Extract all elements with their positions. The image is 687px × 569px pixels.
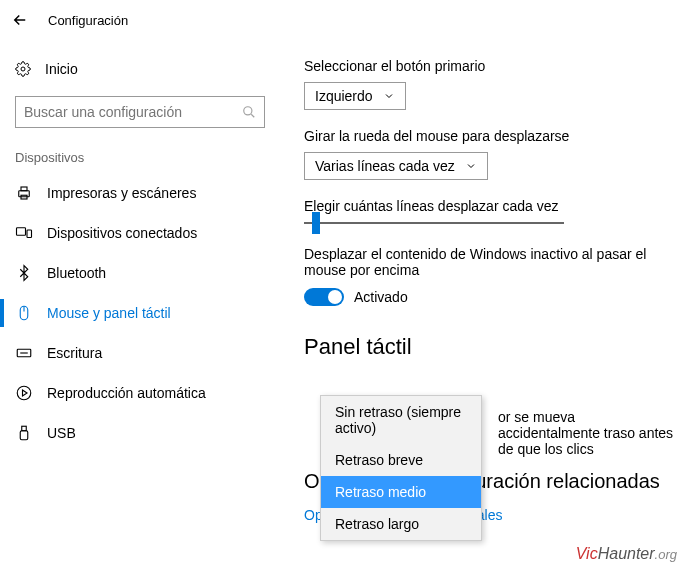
sidebar-item-typing[interactable]: Escritura bbox=[15, 333, 265, 373]
touchpad-delay-popup[interactable]: Sin retraso (siempre activo)Retraso brev… bbox=[320, 395, 482, 541]
primary-button-dropdown[interactable]: Izquierdo bbox=[304, 82, 406, 110]
sidebar-item-mouse[interactable]: Mouse y panel táctil bbox=[15, 293, 265, 333]
sidebar-item-label: Bluetooth bbox=[47, 265, 106, 281]
primary-button-value: Izquierdo bbox=[315, 88, 373, 104]
popup-option[interactable]: Retraso breve bbox=[321, 444, 481, 476]
sidebar-item-label: Reproducción automática bbox=[47, 385, 206, 401]
sidebar-item-label: USB bbox=[47, 425, 76, 441]
mouse-icon bbox=[15, 304, 33, 322]
search-icon bbox=[242, 105, 256, 119]
sidebar-home-label: Inicio bbox=[45, 61, 78, 77]
sidebar-item-label: Mouse y panel táctil bbox=[47, 305, 171, 321]
toggle-state-label: Activado bbox=[354, 289, 408, 305]
svg-rect-13 bbox=[20, 431, 28, 440]
touchpad-description-fragment: or se mueva accidentalmente traso antes … bbox=[498, 409, 678, 457]
primary-button-label: Seleccionar el botón primario bbox=[304, 58, 667, 74]
search-input-wrap[interactable] bbox=[15, 96, 265, 128]
wheel-value: Varias líneas cada vez bbox=[315, 158, 455, 174]
devices-icon bbox=[15, 224, 33, 242]
svg-rect-3 bbox=[21, 187, 27, 191]
chevron-down-icon bbox=[383, 90, 395, 102]
popup-option[interactable]: Retraso medio bbox=[321, 476, 481, 508]
svg-point-0 bbox=[21, 67, 25, 71]
svg-rect-6 bbox=[27, 230, 32, 238]
svg-rect-12 bbox=[22, 426, 27, 431]
wheel-dropdown[interactable]: Varias líneas cada vez bbox=[304, 152, 488, 180]
slider-thumb[interactable] bbox=[312, 212, 320, 234]
gear-icon bbox=[15, 61, 31, 77]
sidebar-item-printers[interactable]: Impresoras y escáneres bbox=[15, 173, 265, 213]
sidebar-item-label: Escritura bbox=[47, 345, 102, 361]
touchpad-heading: Panel táctil bbox=[304, 334, 667, 360]
lines-slider[interactable] bbox=[304, 222, 564, 224]
sidebar-item-bluetooth[interactable]: Bluetooth bbox=[15, 253, 265, 293]
lines-label: Elegir cuántas líneas desplazar cada vez bbox=[304, 198, 667, 214]
chevron-down-icon bbox=[465, 160, 477, 172]
sidebar-item-label: Dispositivos conectados bbox=[47, 225, 197, 241]
inactive-scroll-label: Desplazar el contenido de Windows inacti… bbox=[304, 246, 667, 278]
search-input[interactable] bbox=[24, 104, 242, 120]
inactive-scroll-toggle[interactable] bbox=[304, 288, 344, 306]
header-title: Configuración bbox=[48, 13, 128, 28]
svg-rect-5 bbox=[17, 228, 26, 236]
popup-option[interactable]: Retraso largo bbox=[321, 508, 481, 540]
popup-option[interactable]: Sin retraso (siempre activo) bbox=[321, 396, 481, 444]
usb-icon bbox=[15, 424, 33, 442]
sidebar-item-usb[interactable]: USB bbox=[15, 413, 265, 453]
watermark: VicHaunter.org bbox=[576, 545, 677, 563]
sidebar-item-autoplay[interactable]: Reproducción automática bbox=[15, 373, 265, 413]
svg-point-11 bbox=[17, 386, 31, 400]
bluetooth-icon bbox=[15, 264, 33, 282]
sidebar-home[interactable]: Inicio bbox=[15, 50, 265, 88]
keyboard-icon bbox=[15, 344, 33, 362]
svg-rect-2 bbox=[19, 191, 30, 197]
back-button[interactable] bbox=[0, 0, 40, 40]
wheel-label: Girar la rueda del mouse para desplazars… bbox=[304, 128, 667, 144]
printer-icon bbox=[15, 184, 33, 202]
sidebar-category: Dispositivos bbox=[15, 150, 265, 165]
svg-point-1 bbox=[244, 107, 252, 115]
sidebar-item-label: Impresoras y escáneres bbox=[47, 185, 196, 201]
autoplay-icon bbox=[15, 384, 33, 402]
sidebar-item-connected[interactable]: Dispositivos conectados bbox=[15, 213, 265, 253]
